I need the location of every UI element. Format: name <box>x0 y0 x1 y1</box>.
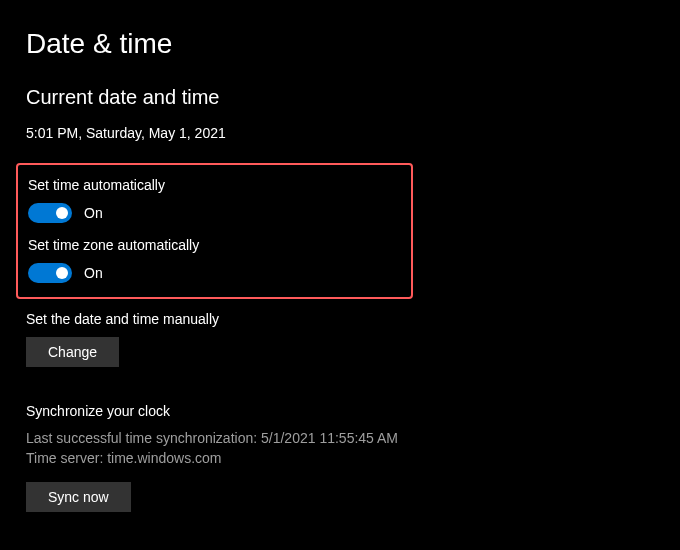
set-time-automatically-label: Set time automatically <box>28 177 401 193</box>
toggle-knob-icon <box>56 267 68 279</box>
sync-clock-heading: Synchronize your clock <box>26 403 654 419</box>
set-time-automatically-setting: Set time automatically On <box>28 177 401 223</box>
highlight-annotation-box: Set time automatically On Set time zone … <box>16 163 413 299</box>
toggle-knob-icon <box>56 207 68 219</box>
current-datetime-value: 5:01 PM, Saturday, May 1, 2021 <box>26 125 654 141</box>
sync-info-text: Last successful time synchronization: 5/… <box>26 429 654 468</box>
last-sync-text: Last successful time synchronization: 5/… <box>26 429 654 449</box>
time-server-text: Time server: time.windows.com <box>26 449 654 469</box>
sync-now-button[interactable]: Sync now <box>26 482 131 512</box>
sync-clock-section: Synchronize your clock Last successful t… <box>26 403 654 512</box>
set-time-automatically-state: On <box>84 205 103 221</box>
manual-datetime-section: Set the date and time manually Change <box>26 311 654 367</box>
current-datetime-heading: Current date and time <box>26 86 654 109</box>
set-timezone-automatically-label: Set time zone automatically <box>28 237 401 253</box>
set-time-automatically-toggle[interactable] <box>28 203 72 223</box>
set-timezone-automatically-state: On <box>84 265 103 281</box>
set-timezone-automatically-toggle[interactable] <box>28 263 72 283</box>
set-timezone-automatically-setting: Set time zone automatically On <box>28 237 401 283</box>
change-button[interactable]: Change <box>26 337 119 367</box>
manual-datetime-label: Set the date and time manually <box>26 311 654 327</box>
page-title: Date & time <box>26 28 654 60</box>
